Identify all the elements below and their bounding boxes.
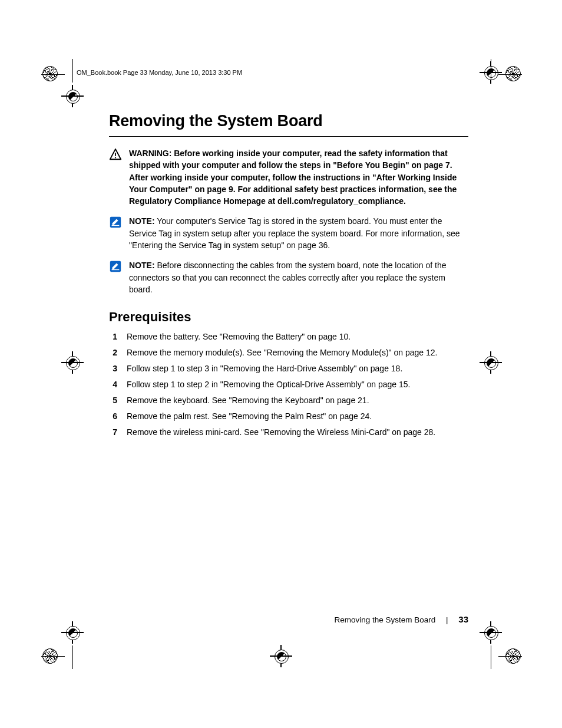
note-label: NOTE: (129, 261, 155, 270)
registration-mark-icon (272, 647, 290, 665)
list-item: 3Follow step 1 to step 3 in "Removing th… (109, 363, 468, 375)
item-number: 4 (109, 378, 117, 391)
svg-point-1 (115, 157, 116, 158)
note-label: NOTE: (129, 216, 155, 226)
item-text: Follow step 1 to step 3 in "Removing the… (127, 363, 402, 375)
item-text: Remove the keyboard. See "Removing the K… (127, 394, 369, 407)
list-item: 5Remove the keyboard. See "Removing the … (109, 394, 468, 407)
item-text: Follow step 1 to step 2 in "Removing the… (127, 378, 411, 391)
warning-text: WARNING: Before working inside your comp… (129, 147, 468, 207)
note-pencil-icon (109, 260, 122, 273)
footer-separator: | (446, 615, 448, 624)
item-number: 2 (109, 347, 117, 359)
crop-line (498, 74, 522, 75)
printer-mark-icon (42, 66, 58, 81)
warning-label: WARNING: (129, 149, 171, 158)
item-text: Remove the palm rest. See "Removing the … (127, 410, 372, 423)
registration-mark-icon (482, 354, 500, 371)
warning-block: WARNING: Before working inside your comp… (109, 147, 468, 207)
prerequisites-list: 1Remove the battery. See "Removing the B… (109, 331, 468, 439)
note-pencil-icon (109, 216, 122, 229)
note-body: Before disconnecting the cables from the… (129, 261, 447, 294)
item-text: Remove the battery. See "Removing the Ba… (127, 331, 351, 343)
list-item: 6Remove the palm rest. See "Removing the… (109, 410, 468, 423)
warning-body: Before working inside your computer, rea… (129, 149, 457, 206)
item-number: 1 (109, 331, 117, 343)
crop-line (498, 656, 522, 657)
crop-line (41, 74, 65, 75)
note-body: Your computer's Service Tag is stored in… (129, 216, 460, 250)
page-content: Removing the System Board WARNING: Befor… (109, 112, 468, 442)
list-item: 2Remove the memory module(s). See "Remov… (109, 347, 468, 359)
registration-mark-icon (482, 624, 500, 641)
registration-mark-icon (64, 87, 81, 105)
item-number: 5 (109, 394, 117, 407)
note-text: NOTE: Your computer's Service Tag is sto… (129, 215, 468, 251)
footer-title: Removing the System Board (334, 615, 435, 624)
page-title: Removing the System Board (109, 112, 468, 130)
note-block: NOTE: Your computer's Service Tag is sto… (109, 215, 468, 251)
registration-mark-icon (64, 624, 81, 641)
note-text: NOTE: Before disconnecting the cables fr… (129, 259, 468, 295)
list-item: 7Remove the wireless mini-card. See "Rem… (109, 426, 468, 439)
list-item: 4Follow step 1 to step 2 in "Removing th… (109, 378, 468, 391)
prerequisites-heading: Prerequisites (109, 309, 468, 325)
crop-line (491, 645, 491, 669)
registration-mark-icon (64, 354, 81, 371)
list-item: 1Remove the battery. See "Removing the B… (109, 331, 468, 343)
crop-line (41, 656, 65, 657)
note-block: NOTE: Before disconnecting the cables fr… (109, 259, 468, 295)
item-number: 3 (109, 363, 117, 375)
crop-line (72, 59, 73, 83)
crop-line (491, 59, 491, 83)
item-text: Remove the memory module(s). See "Removi… (127, 347, 437, 359)
crop-line (72, 645, 73, 669)
page-footer: Removing the System Board | 33 (109, 614, 468, 624)
item-number: 6 (109, 410, 117, 423)
item-number: 7 (109, 426, 117, 439)
printer-mark-icon (505, 66, 521, 81)
footer-page-number: 33 (458, 614, 468, 624)
item-text: Remove the wireless mini-card. See "Remo… (127, 426, 435, 439)
warning-triangle-icon (109, 148, 122, 161)
title-rule (109, 136, 468, 137)
running-header: OM_Book.book Page 33 Monday, June 10, 20… (77, 69, 242, 76)
